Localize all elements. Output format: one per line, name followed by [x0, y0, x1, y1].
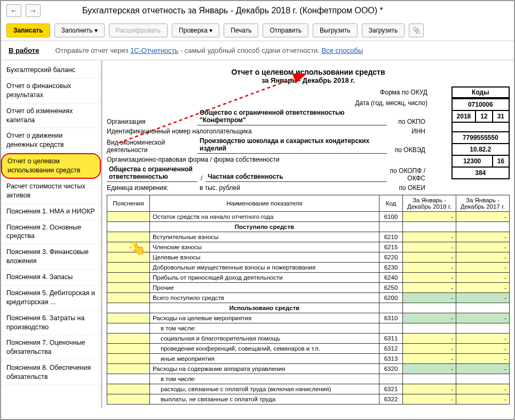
cell-value-curr[interactable]: -	[403, 354, 456, 364]
cell-explanation[interactable]	[107, 344, 150, 354]
cell-name: иные мероприятия	[150, 354, 379, 364]
cell-value-prev[interactable]: -	[456, 283, 510, 293]
cell-value-prev[interactable]: -	[456, 293, 510, 303]
save-button[interactable]: Записать	[6, 23, 50, 37]
cell-value-prev[interactable]: -	[456, 263, 510, 273]
cell-explanation[interactable]	[107, 252, 150, 263]
sidebar-item[interactable]: Отчет о движении денежных средств	[1, 128, 101, 153]
okud-value: 0710006	[452, 99, 509, 110]
sidebar-item[interactable]: Пояснения 3. Финансовые вложения	[1, 244, 101, 270]
sidebar-item[interactable]: Пояснения 7. Оценочные обязательства	[1, 335, 101, 360]
sidebar-item[interactable]: Отчет об изменениях капитала	[1, 104, 101, 129]
cell-value-curr[interactable]: -	[403, 394, 456, 405]
sidebar-item[interactable]: Пояснения 5. Дебиторская и кредиторская …	[1, 286, 101, 311]
decode-button: Расшифровать	[109, 23, 168, 37]
okved-value: 10.82.2	[452, 144, 509, 155]
cell-value-prev[interactable]: -	[456, 344, 510, 354]
cell-explanation[interactable]	[107, 273, 150, 283]
cell-code: 6230	[379, 263, 403, 273]
cell-value-curr[interactable]: -	[403, 252, 456, 263]
table-row: Использовано средств	[107, 303, 510, 313]
cell-explanation[interactable]	[107, 232, 150, 242]
table-row: Поступило средств	[107, 222, 510, 232]
sidebar-item[interactable]: Расчет стоимости чистых активов	[1, 179, 101, 204]
sidebar-item[interactable]: Отчет о финансовых результатах	[1, 78, 101, 104]
cell-name: социальная и благотворительная помощь	[150, 334, 379, 344]
cell-value-curr	[403, 323, 456, 334]
cell-value-prev[interactable]: -	[456, 334, 510, 344]
cell-explanation[interactable]	[107, 283, 150, 293]
sidebar-item[interactable]: Пояснения 1. НМА и НИОКР	[1, 204, 101, 220]
cell-explanation	[107, 222, 150, 232]
cell-value-prev[interactable]: -	[456, 212, 510, 222]
cell-value-curr[interactable]: -	[403, 263, 456, 273]
forward-button[interactable]: →	[26, 4, 41, 17]
attach-button[interactable]: 📎	[409, 23, 424, 37]
cell-value-prev	[456, 303, 510, 313]
cell-value-prev[interactable]: -	[456, 232, 510, 242]
cell-explanation[interactable]	[107, 212, 150, 222]
cell-value-curr[interactable]: -	[403, 334, 456, 344]
cell-value-curr[interactable]: -	[403, 232, 456, 242]
reporting-link[interactable]: 1С-Отчетность	[130, 46, 178, 54]
cell-name: Членские взносы	[150, 242, 379, 252]
status-link[interactable]: В работе	[9, 46, 39, 54]
cell-value-curr[interactable]: -	[403, 242, 456, 252]
cell-value-curr[interactable]: -	[403, 364, 456, 374]
cell-explanation[interactable]	[107, 394, 150, 405]
sidebar-item[interactable]: Бухгалтерский баланс	[1, 62, 101, 78]
check-button[interactable]: Проверка ▾	[172, 23, 219, 37]
cell-name: Добровольные имущественные взносы и поже…	[150, 263, 379, 273]
cell-value-prev[interactable]: -	[456, 394, 510, 405]
cell-explanation	[107, 323, 150, 334]
table-row: Всего поступило средств6200--	[107, 293, 510, 303]
cell-code: 6312	[379, 344, 403, 354]
cell-explanation[interactable]	[107, 242, 150, 252]
cell-value-prev[interactable]: -	[456, 252, 510, 263]
window-title: Бухгалтерская отчетность за Январь - Дек…	[82, 6, 383, 15]
cell-value-curr[interactable]: -	[403, 283, 456, 293]
sidebar-item[interactable]: Отчет о целевом использовании средств	[1, 153, 101, 179]
fill-button[interactable]: Заполнить ▾	[54, 23, 105, 37]
sidebar-item[interactable]: Пояснения 2. Основные средства	[1, 220, 101, 245]
col-code: Код	[379, 195, 403, 212]
back-button[interactable]: ←	[6, 4, 21, 17]
all-ways-link[interactable]: Все способы	[322, 46, 363, 54]
cell-value-prev[interactable]: -	[456, 354, 510, 364]
cell-value-curr[interactable]: -	[403, 273, 456, 283]
sidebar-item[interactable]: Пояснения 8. Обеспечения обязательств	[1, 360, 101, 385]
cell-value-curr[interactable]: -	[403, 313, 456, 323]
table-row: Расходы на содержание аппарата управлени…	[107, 364, 510, 374]
cell-value-prev[interactable]: -	[456, 242, 510, 252]
cell-name: выплаты, не связанные с оплатой труда	[150, 394, 379, 405]
cell-value-prev[interactable]: -	[456, 313, 510, 323]
table-row: Целевые взносы6220--	[107, 252, 510, 263]
sidebar-item[interactable]: Пояснения 4. Запасы	[1, 270, 101, 286]
cell-value-prev[interactable]: -	[456, 273, 510, 283]
cell-value-curr[interactable]: -	[403, 212, 456, 222]
import-button[interactable]: Загрузить	[362, 23, 405, 37]
cell-code: 6321	[379, 384, 403, 394]
cell-code: 6322	[379, 394, 403, 405]
cell-explanation[interactable]	[107, 263, 150, 273]
send-button[interactable]: Отправить	[263, 23, 308, 37]
cell-explanation[interactable]	[107, 293, 150, 303]
cell-explanation[interactable]	[107, 364, 150, 374]
cell-explanation[interactable]	[107, 384, 150, 394]
cell-value-prev[interactable]: -	[456, 364, 510, 374]
sidebar-item[interactable]: Пояснения 6. Затраты на производство	[1, 311, 101, 336]
cell-value-curr[interactable]: -	[403, 293, 456, 303]
cell-value-curr[interactable]: -	[403, 384, 456, 394]
cell-code: 6313	[379, 354, 403, 364]
cell-code: 6220	[379, 252, 403, 263]
cell-explanation[interactable]	[107, 334, 150, 344]
cell-value-prev[interactable]: -	[456, 384, 510, 394]
cell-value-curr[interactable]: -	[403, 344, 456, 354]
cell-explanation[interactable]	[107, 313, 150, 323]
print-button[interactable]: Печать	[224, 23, 258, 37]
cell-code: 6311	[379, 334, 403, 344]
cell-value-prev	[456, 374, 510, 384]
export-button[interactable]: Выгрузить	[313, 23, 358, 37]
col-prev: За Январь - Декабрь 2017 г.	[456, 195, 510, 212]
cell-explanation[interactable]	[107, 354, 150, 364]
